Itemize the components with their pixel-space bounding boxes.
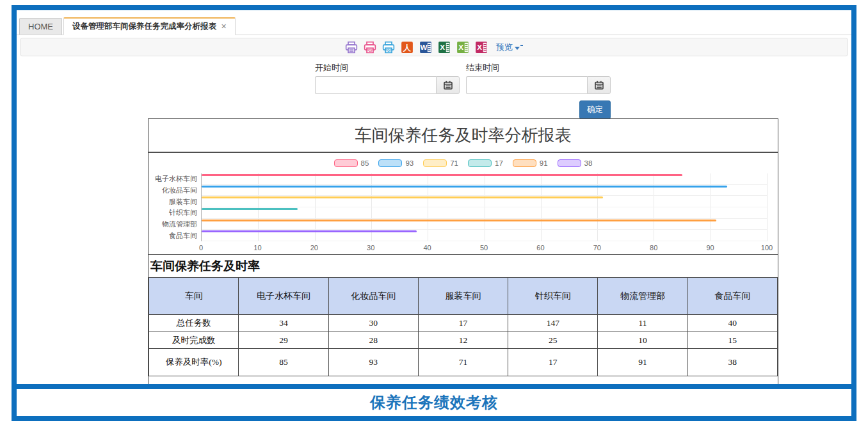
table-column-header: 食品车间 (687, 278, 777, 315)
tab-report-label: 设备管理部车间保养任务完成率分析报表 (72, 21, 216, 32)
table-cell: 34 (239, 315, 328, 332)
print-pdf-blue-icon[interactable]: PDF (382, 41, 395, 54)
legend-item[interactable]: 91 (513, 159, 548, 167)
export-toolbar: PDFPDF人WXXX 预览 (20, 38, 848, 56)
bar-针织车间[interactable] (202, 208, 298, 210)
x-axis-tick-label: 0 (199, 244, 203, 252)
legend-swatch (558, 159, 581, 167)
table-column-header: 物流管理部 (598, 278, 687, 315)
y-axis-label: 化妆品车间 (149, 185, 197, 196)
x-axis-tick-label: 90 (706, 244, 714, 252)
print-pdf-pink-icon[interactable]: PDF (364, 41, 376, 54)
end-time-input[interactable] (466, 76, 587, 94)
table-cell: 40 (687, 315, 777, 332)
bar-电子水杯车间[interactable] (202, 174, 682, 176)
chart-row (202, 219, 767, 230)
start-time-calendar-button[interactable] (436, 76, 460, 94)
bar-食品车间[interactable] (202, 230, 417, 232)
start-time-input[interactable] (315, 76, 436, 94)
table-cell: 25 (508, 332, 598, 349)
table-cell: 91 (598, 349, 687, 376)
gridline (767, 173, 768, 241)
calendar-icon (444, 81, 453, 90)
x-axis-tick-label: 100 (761, 244, 773, 252)
legend-label: 17 (495, 159, 503, 167)
x-axis-tick-label: 50 (480, 244, 488, 252)
svg-text:W: W (421, 43, 428, 51)
excel3-export-icon[interactable]: X (475, 41, 488, 54)
chart-row (202, 185, 767, 196)
table-cell: 38 (687, 349, 777, 376)
chart-x-axis-labels: 0102030405060708090100 (201, 243, 767, 253)
x-axis-tick-label: 30 (367, 244, 374, 252)
word-export-icon[interactable]: W (419, 41, 432, 54)
legend-swatch (468, 159, 492, 167)
table-cell: 71 (418, 349, 508, 376)
legend-item[interactable]: 38 (558, 159, 593, 167)
table-row-label: 及时完成数 (149, 332, 239, 349)
chevron-down-icon-2 (520, 45, 523, 46)
legend-swatch (423, 159, 447, 167)
x-axis-tick-label: 10 (253, 244, 261, 252)
tab-home[interactable]: HOME (19, 18, 62, 35)
table-cell: 30 (328, 315, 418, 332)
y-axis-label: 针织车间 (149, 207, 197, 219)
svg-text:PDF: PDF (367, 48, 373, 52)
legend-item[interactable]: 85 (334, 159, 369, 167)
table-row: 保养及时率(%)859371179138 (149, 349, 778, 376)
tab-close-icon[interactable]: ✕ (221, 22, 227, 31)
y-axis-label: 电子水杯车间 (149, 173, 197, 185)
report-title: 车间保养任务及时率分析报表 (149, 119, 778, 153)
chart-row (202, 207, 767, 219)
table-cell: 85 (239, 349, 328, 376)
bar-化妆品车间[interactable] (202, 186, 727, 188)
tab-report[interactable]: 设备管理部车间保养任务完成率分析报表 ✕ (63, 17, 236, 35)
legend-swatch (378, 159, 402, 167)
table-cell: 147 (508, 315, 598, 332)
end-time-calendar-button[interactable] (587, 76, 611, 94)
table-column-header: 针织车间 (508, 278, 598, 315)
footer-divider (17, 384, 851, 389)
tab-home-label: HOME (28, 22, 53, 31)
table-column-header: 化妆品车间 (328, 278, 418, 315)
chart-row (202, 196, 767, 207)
table-cell: 29 (239, 332, 328, 349)
table-cell: 28 (328, 332, 418, 349)
page-frame: HOME 设备管理部车间保养任务完成率分析报表 ✕ PDFPDF人WXXX 预览… (12, 5, 856, 421)
toolbar-icons: PDFPDF人WXXX (345, 41, 488, 54)
chevron-down-icon (515, 47, 520, 50)
table-row: 及时完成数292812251015 (149, 332, 778, 349)
svg-text:X: X (477, 43, 482, 51)
excel2-export-icon[interactable]: X (456, 41, 469, 54)
chart-y-axis-labels: 电子水杯车间化妆品车间服装车间针织车间物流管理部食品车间 (149, 173, 197, 241)
confirm-button[interactable]: 确定 (579, 100, 611, 119)
bar-物流管理部[interactable] (202, 220, 716, 221)
table-row: 总任务数3430171471140 (149, 315, 778, 332)
tab-bar: HOME 设备管理部车间保养任务完成率分析报表 ✕ (17, 18, 851, 35)
y-axis-label: 食品车间 (149, 230, 197, 241)
adobe-pdf-export-icon[interactable]: 人 (401, 41, 414, 54)
calendar-icon (595, 81, 604, 90)
legend-item[interactable]: 17 (468, 159, 503, 167)
excel-export-icon[interactable]: X (438, 41, 451, 54)
preview-label: 预览 (496, 42, 513, 53)
table-cell: 12 (418, 332, 508, 349)
legend-item[interactable]: 71 (423, 159, 458, 167)
chart-plot-area (201, 173, 767, 241)
legend-item[interactable]: 93 (378, 159, 414, 167)
filter-form: 开始时间 (315, 62, 611, 119)
svg-text:PDF: PDF (385, 48, 392, 52)
print-icon[interactable] (345, 41, 358, 54)
table-cell: 17 (418, 315, 508, 332)
table-cell: 93 (328, 349, 418, 376)
preview-dropdown[interactable]: 预览 (496, 42, 523, 53)
legend-label: 71 (450, 159, 458, 167)
start-time-label: 开始时间 (315, 62, 460, 74)
svg-text:X: X (440, 43, 445, 51)
chart-row (202, 173, 767, 185)
legend-swatch (513, 159, 536, 167)
end-time-label: 结束时间 (466, 62, 611, 74)
table-column-header: 车间 (149, 278, 239, 315)
bar-服装车间[interactable] (202, 196, 603, 198)
x-axis-tick-label: 80 (650, 244, 657, 252)
